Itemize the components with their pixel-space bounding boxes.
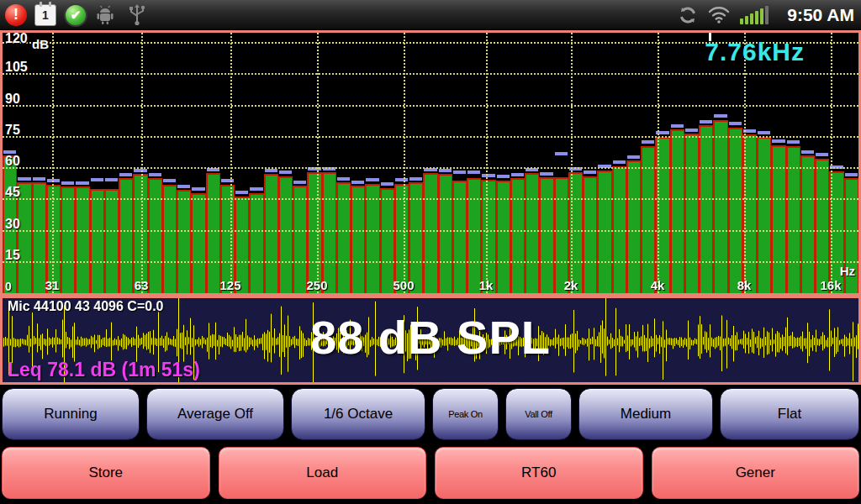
freq-tick-label: 1k bbox=[469, 278, 503, 292]
gridline-h bbox=[3, 261, 858, 263]
spectrum-bar bbox=[322, 172, 336, 293]
calendar-icon: 1 bbox=[34, 4, 56, 26]
peak-cap bbox=[467, 171, 480, 174]
peak-cap bbox=[366, 178, 378, 181]
spectrum-bar bbox=[75, 186, 89, 293]
scope-panel: Mic 44100 43 4096 C=0.0 88 dB SPL Leq 78… bbox=[0, 296, 861, 385]
spectrum-bar bbox=[423, 173, 437, 293]
speed-button[interactable]: Medium bbox=[578, 388, 713, 440]
spectrum-bar bbox=[438, 174, 452, 293]
spectrum-bar bbox=[597, 171, 611, 294]
peak-cap bbox=[3, 150, 16, 154]
gridline-v bbox=[404, 33, 405, 293]
control-row-1: Running Average Off 1/6 Octave Peak On V… bbox=[2, 388, 859, 440]
gridline-h bbox=[3, 198, 858, 200]
spectrum-bar bbox=[452, 181, 467, 293]
spectrum-bar bbox=[307, 172, 321, 293]
spectrum-panel: 120105907560453015dB31631252505001k2k4k8… bbox=[0, 30, 861, 296]
valley-button[interactable]: Vall Off bbox=[505, 388, 572, 440]
weighting-button[interactable]: Flat bbox=[720, 388, 859, 440]
spectrum-bar bbox=[800, 155, 815, 293]
usb-icon bbox=[128, 4, 146, 26]
spectrum-bar bbox=[525, 173, 539, 293]
freq-zero-label: 0 bbox=[5, 280, 12, 293]
wifi-icon bbox=[708, 6, 730, 24]
peak-cap bbox=[729, 122, 742, 125]
spectrum-bar bbox=[554, 177, 568, 293]
peak-cap bbox=[409, 177, 422, 181]
spectrum-bar bbox=[293, 186, 307, 293]
gridline-h bbox=[3, 73, 858, 75]
audiotool-screen: ! 1 ✔ bbox=[0, 0, 861, 504]
spectrum-plot[interactable]: 120105907560453015dB31631252505001k2k4k8… bbox=[3, 33, 858, 293]
freq-tick-label: 31 bbox=[35, 278, 69, 292]
octave-button[interactable]: 1/6 Octave bbox=[291, 388, 425, 440]
sync-icon bbox=[678, 5, 698, 25]
peak-cap bbox=[250, 187, 262, 191]
spectrum-bar bbox=[670, 129, 684, 293]
peak-cap bbox=[758, 131, 770, 134]
spectrum-bar bbox=[278, 176, 293, 293]
spectrum-bar bbox=[264, 174, 278, 293]
status-icons-left: ! 1 ✔ bbox=[5, 3, 146, 27]
gridline-v bbox=[52, 33, 54, 293]
gridline-v bbox=[658, 33, 659, 293]
freq-axis-unit-label: Hz bbox=[840, 264, 855, 278]
spectrum-bar bbox=[713, 120, 727, 293]
spectrum-bar bbox=[148, 178, 162, 293]
store-button[interactable]: Store bbox=[2, 447, 210, 499]
peak-cap bbox=[149, 173, 161, 176]
gridline-h bbox=[3, 136, 858, 138]
spectrum-bar bbox=[220, 185, 235, 293]
freq-tick-label: 125 bbox=[214, 278, 247, 292]
spectrum-bar bbox=[206, 173, 220, 293]
db-tick-label: 30 bbox=[5, 217, 20, 232]
peak-cap bbox=[801, 150, 814, 154]
peak-cap bbox=[482, 174, 494, 177]
spectrum-bar bbox=[728, 128, 742, 293]
peak-cap bbox=[511, 173, 524, 176]
freq-tick-label: 4k bbox=[641, 278, 674, 292]
load-button[interactable]: Load bbox=[219, 447, 427, 499]
control-row-2: Store Load RT60 Gener bbox=[2, 447, 859, 499]
db-axis-unit-label: dB bbox=[32, 37, 49, 51]
spectrum-bar bbox=[815, 159, 829, 293]
running-button[interactable]: Running bbox=[2, 388, 140, 440]
peak-cap bbox=[787, 140, 800, 144]
peak-cap bbox=[714, 114, 726, 118]
peak-cap bbox=[265, 169, 277, 172]
signal-icon bbox=[740, 6, 769, 24]
freq-tick-label: 8k bbox=[727, 278, 761, 292]
android-icon bbox=[95, 5, 115, 25]
rt60-button[interactable]: RT60 bbox=[435, 447, 643, 499]
peak-cap bbox=[351, 181, 364, 184]
peak-cap bbox=[293, 181, 306, 184]
peak-cap bbox=[700, 120, 712, 123]
peak-cap bbox=[337, 177, 350, 181]
gridline-v bbox=[744, 33, 746, 293]
gridline-v bbox=[486, 33, 488, 293]
average-button[interactable]: Average Off bbox=[146, 388, 284, 440]
peak-cap bbox=[119, 173, 132, 176]
spectrum-bar bbox=[351, 186, 365, 293]
spectrum-bar bbox=[757, 137, 771, 293]
peak-cap bbox=[76, 181, 88, 185]
spectrum-bar bbox=[539, 177, 553, 293]
peak-cap bbox=[613, 160, 626, 164]
spectrum-bar bbox=[191, 193, 205, 293]
spectrum-bar bbox=[626, 160, 641, 293]
gridline-v bbox=[230, 33, 232, 293]
spectrum-bar bbox=[119, 178, 133, 293]
gridline-v bbox=[571, 33, 573, 293]
gridline-h bbox=[3, 167, 858, 169]
status-bar[interactable]: ! 1 ✔ bbox=[0, 0, 861, 30]
db-tick-label: 90 bbox=[5, 92, 20, 107]
cursor-frequency-readout: 7.76kHz bbox=[705, 38, 805, 66]
db-tick-label: 15 bbox=[5, 248, 20, 263]
peak-button[interactable]: Peak On bbox=[432, 388, 499, 440]
peak-cap bbox=[453, 171, 466, 174]
peak-cap bbox=[540, 172, 552, 176]
generator-button[interactable]: Gener bbox=[652, 447, 860, 499]
spectrum-bar bbox=[684, 134, 699, 293]
peak-cap bbox=[177, 185, 190, 188]
